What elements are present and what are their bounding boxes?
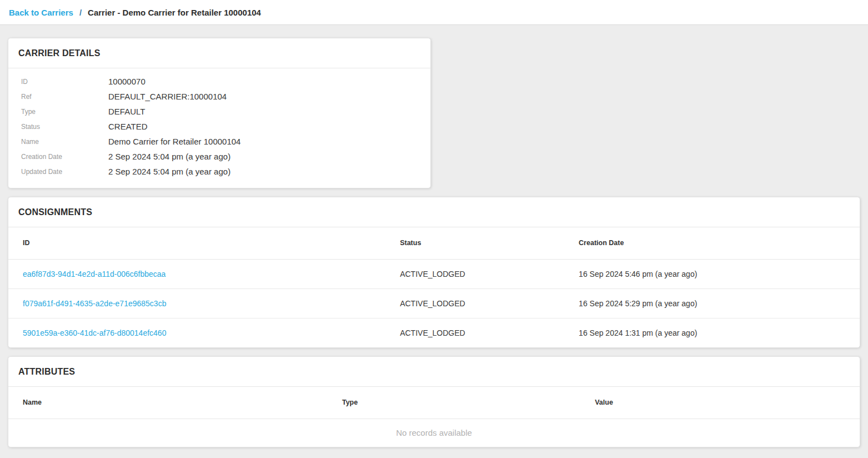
page-content: CARRIER DETAILS ID 10000070 Ref DEFAULT_… [0,25,868,447]
consignments-header-row: ID Status Creation Date [8,227,860,259]
attributes-header-row: Name Type Value [8,387,860,419]
column-header-type: Type [342,387,595,419]
attributes-title: ATTRIBUTES [8,357,860,387]
detail-value: DEFAULT_CARRIER:10000104 [108,92,227,101]
detail-value: 2 Sep 2024 5:04 pm (a year ago) [108,152,230,161]
consignment-id-cell: f079a61f-d491-4635-a2de-e71e9685c3cb [8,288,400,318]
detail-label: Creation Date [8,153,108,161]
attributes-table: Name Type Value No records available [8,387,860,447]
detail-value: DEFAULT [108,107,145,116]
carrier-details-card: CARRIER DETAILS ID 10000070 Ref DEFAULT_… [8,38,431,188]
column-header-status: Status [400,227,579,259]
breadcrumb-separator: / [79,8,82,17]
consignment-id-link[interactable]: f079a61f-d491-4635-a2de-e71e9685c3cb [23,299,166,308]
empty-state-row: No records available [8,419,860,447]
page-title: Carrier - Demo Carrier for Retailer 1000… [88,8,261,17]
detail-label: Status [8,123,108,131]
detail-row-type: Type DEFAULT [8,104,430,119]
breadcrumb: Back to Carriers / Carrier - Demo Carrie… [0,0,868,25]
carrier-details-title: CARRIER DETAILS [8,38,430,68]
detail-value: Demo Carrier for Retailer 10000104 [108,137,240,146]
consignment-id-cell: 5901e59a-e360-41dc-af76-d80014efc460 [8,318,400,347]
consignment-creation-date-cell: 16 Sep 2024 1:31 pm (a year ago) [579,318,860,347]
detail-row-status: Status CREATED [8,119,430,134]
consignment-status-cell: ACTIVE_LODGED [400,259,579,288]
consignment-creation-date-cell: 16 Sep 2024 5:46 pm (a year ago) [579,259,860,288]
detail-row-ref: Ref DEFAULT_CARRIER:10000104 [8,89,430,104]
consignments-table: ID Status Creation Date ea6f87d3-94d1-4e… [8,227,860,347]
table-row: 5901e59a-e360-41dc-af76-d80014efc460 ACT… [8,318,860,347]
detail-label: Type [8,108,108,116]
detail-value: 2 Sep 2024 5:04 pm (a year ago) [108,167,230,176]
detail-row-name: Name Demo Carrier for Retailer 10000104 [8,134,430,149]
consignments-title: CONSIGNMENTS [8,197,860,227]
detail-row-updated-date: Updated Date 2 Sep 2024 5:04 pm (a year … [8,164,430,179]
column-header-value: Value [595,387,860,419]
consignment-creation-date-cell: 16 Sep 2024 5:29 pm (a year ago) [579,288,860,318]
consignment-status-cell: ACTIVE_LODGED [400,288,579,318]
back-to-carriers-link[interactable]: Back to Carriers [9,8,73,17]
column-header-name: Name [8,387,342,419]
detail-label: Ref [8,93,108,101]
detail-row-creation-date: Creation Date 2 Sep 2024 5:04 pm (a year… [8,149,430,164]
table-row: f079a61f-d491-4635-a2de-e71e9685c3cb ACT… [8,288,860,318]
consignment-id-cell: ea6f87d3-94d1-4e2d-a11d-006c6fbbecaa [8,259,400,288]
consignment-status-cell: ACTIVE_LODGED [400,318,579,347]
consignment-id-link[interactable]: 5901e59a-e360-41dc-af76-d80014efc460 [23,328,166,337]
column-header-id: ID [8,227,400,259]
detail-value: 10000070 [108,77,145,86]
consignments-card: CONSIGNMENTS ID Status Creation Date ea6… [8,197,860,348]
detail-row-id: ID 10000070 [8,74,430,89]
detail-label: Updated Date [8,168,108,176]
column-header-creation-date: Creation Date [579,227,860,259]
detail-value: CREATED [108,122,148,131]
attributes-card: ATTRIBUTES Name Type Value No records av… [8,356,860,447]
consignment-id-link[interactable]: ea6f87d3-94d1-4e2d-a11d-006c6fbbecaa [23,270,165,278]
detail-label: ID [8,78,108,86]
no-records-message: No records available [8,419,860,447]
table-row: ea6f87d3-94d1-4e2d-a11d-006c6fbbecaa ACT… [8,259,860,288]
detail-label: Name [8,138,108,146]
carrier-details-list: ID 10000070 Ref DEFAULT_CARRIER:10000104… [8,68,430,188]
